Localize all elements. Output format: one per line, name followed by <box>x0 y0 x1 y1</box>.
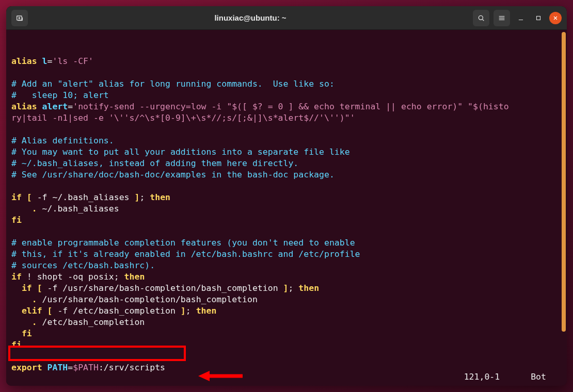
hamburger-menu-button[interactable] <box>494 10 510 26</box>
code-line: . ~/.bash_aliases <box>11 203 562 215</box>
code-line: . /etc/bash_completion <box>11 317 562 328</box>
code-line <box>11 181 562 192</box>
scrollbar[interactable] <box>562 32 566 365</box>
search-icon <box>477 14 485 22</box>
code-line: # Alias definitions. <box>11 135 562 146</box>
code-line: alias alert='notify-send --urgency=low -… <box>11 101 562 112</box>
new-tab-button[interactable] <box>11 10 28 26</box>
code-line <box>11 351 562 362</box>
window-title: linuxiac@ubuntu: ~ <box>28 13 473 22</box>
maximize-icon <box>535 14 542 22</box>
code-line <box>11 67 562 78</box>
code-line: if [ -f /usr/share/bash-completion/bash_… <box>11 283 562 294</box>
minimize-icon <box>517 14 524 22</box>
code-line: if ! shopt -oq posix; then <box>11 271 562 283</box>
code-line: elif [ -f /etc/bash_completion ]; then <box>11 305 562 317</box>
new-tab-icon <box>15 14 24 22</box>
terminal-window: linuxiac@ubuntu: ~ <box>6 6 567 386</box>
code-line: fi <box>11 215 562 226</box>
maximize-button[interactable] <box>532 11 545 25</box>
hamburger-icon <box>498 14 506 22</box>
svg-rect-2 <box>537 16 540 20</box>
scroll-location: Bot <box>531 371 546 383</box>
code-line: if [ -f ~/.bash_aliases ]; then <box>11 192 562 203</box>
terminal-viewport[interactable]: alias l='ls -CF' # Add an "alert" alias … <box>6 30 567 386</box>
code-line: . /usr/share/bash-completion/bash_comple… <box>11 294 562 305</box>
code-line: fi <box>11 328 562 339</box>
vim-status-line: 121,0-1 Bot <box>11 371 556 383</box>
editor-content: alias l='ls -CF' # Add an "alert" alias … <box>11 56 562 373</box>
code-line: # this, if it's already enabled in /etc/… <box>11 249 562 260</box>
code-line: # See /usr/share/doc/bash-doc/examples i… <box>11 169 562 181</box>
code-line: # You may want to put all your additions… <box>11 146 562 158</box>
code-line <box>11 226 562 237</box>
cursor-position: 121,0-1 <box>464 371 500 383</box>
minimize-button[interactable] <box>514 11 528 25</box>
svg-point-1 <box>479 15 483 20</box>
close-button[interactable] <box>549 12 562 24</box>
code-line: fi <box>11 339 562 351</box>
code-line: alias l='ls -CF' <box>11 56 562 67</box>
code-line: # enable programmable completion feature… <box>11 237 562 249</box>
code-line: # sources /etc/bash.bashrc). <box>11 260 562 271</box>
code-line: # sleep 10; alert <box>11 90 562 101</box>
close-icon <box>552 15 559 21</box>
search-button[interactable] <box>473 10 489 26</box>
code-line: # ~/.bash_aliases, instead of adding the… <box>11 158 562 169</box>
code-line <box>11 124 562 135</box>
titlebar: linuxiac@ubuntu: ~ <box>6 6 567 30</box>
code-line: ry|tail -n1|sed -e '\''s/^\s*[0-9]\+\s*/… <box>11 112 562 124</box>
code-line: # Add an "alert" alias for long running … <box>11 78 562 90</box>
scrollbar-thumb[interactable] <box>562 32 566 332</box>
